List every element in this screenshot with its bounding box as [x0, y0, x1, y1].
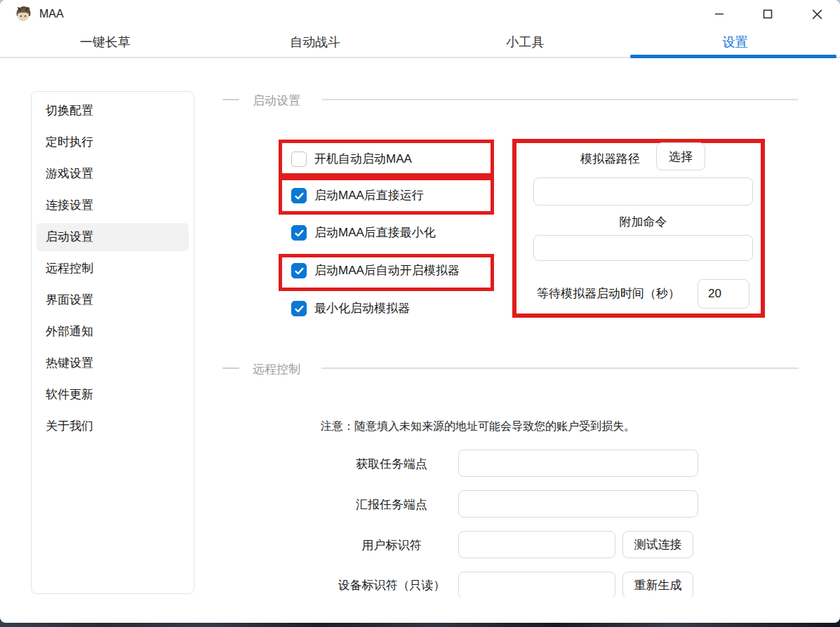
section-dash — [222, 99, 239, 100]
sidebar-item-game-settings[interactable]: 游戏设置 — [36, 160, 189, 188]
minimize-icon — [714, 9, 724, 19]
user-id-label: 用户标识符 — [307, 537, 476, 553]
device-id-label: 设备标识符（只读） — [307, 577, 476, 593]
checkbox-label: 开机自动启动MAA — [314, 151, 412, 167]
window-title: MAA — [39, 0, 64, 28]
title-bar: MAA — [0, 0, 840, 28]
maximize-button[interactable] — [752, 0, 784, 28]
maximize-icon — [763, 9, 773, 19]
launch-section-title: 启动设置 — [253, 93, 300, 109]
wait-time-label: 等待模拟器启动时间（秒） — [537, 285, 680, 302]
sidebar-item-connection[interactable]: 连接设置 — [36, 191, 189, 220]
sidebar-item-about[interactable]: 关于我们 — [36, 412, 189, 440]
wait-time-input[interactable] — [698, 279, 749, 309]
fetch-endpoint-label: 获取任务端点 — [307, 456, 476, 472]
app-window: 切换配置 定时执行 游戏设置 连接设置 启动设置 远程控制 界面设置 外部通知 … — [0, 0, 840, 623]
settings-sidebar: 切换配置 定时执行 游戏设置 连接设置 启动设置 远程控制 界面设置 外部通知 … — [31, 91, 194, 594]
checkbox-label: 启动MAA后自动开启模拟器 — [314, 263, 460, 278]
tab-farming[interactable]: 一键长草 — [0, 28, 210, 57]
content-area: 切换配置 定时执行 游戏设置 连接设置 启动设置 远程控制 界面设置 外部通知 … — [0, 0, 840, 598]
checkbox-label: 最小化启动模拟器 — [314, 301, 410, 316]
checkbox-label: 启动MAA后直接运行 — [314, 188, 424, 203]
sidebar-item-remote-control[interactable]: 远程控制 — [36, 255, 189, 283]
selected-tab-indicator — [630, 55, 836, 58]
fetch-endpoint-input[interactable] — [458, 450, 698, 477]
emulator-path-input[interactable] — [533, 177, 753, 205]
minimize-emulator-checkbox[interactable] — [291, 301, 307, 316]
user-id-input[interactable] — [458, 531, 615, 558]
checkbox-label: 启动MAA后直接最小化 — [314, 225, 436, 241]
device-id-input[interactable] — [458, 572, 615, 598]
test-connection-button[interactable]: 测试连接 — [622, 531, 693, 558]
sidebar-item-ui-settings[interactable]: 界面设置 — [36, 286, 189, 314]
section-dash — [222, 368, 239, 369]
check-icon — [293, 303, 305, 315]
minimize-on-launch-checkbox[interactable] — [291, 225, 307, 241]
report-endpoint-input[interactable] — [458, 490, 698, 518]
extra-command-input[interactable] — [533, 235, 753, 261]
choose-button[interactable]: 选择 — [656, 142, 705, 170]
report-endpoint-label: 汇报任务端点 — [307, 497, 476, 513]
run-on-launch-checkbox[interactable] — [291, 188, 307, 203]
tab-auto-battle[interactable]: 自动战斗 — [210, 28, 420, 57]
sidebar-item-switch-config[interactable]: 切换配置 — [36, 97, 189, 125]
sidebar-item-hotkeys[interactable]: 热键设置 — [36, 349, 189, 377]
close-button[interactable] — [801, 0, 833, 28]
emulator-path-label: 模拟器路径 — [580, 151, 640, 167]
sidebar-item-launch[interactable]: 启动设置 — [36, 223, 189, 251]
check-icon — [293, 265, 305, 277]
check-icon — [293, 190, 305, 202]
sidebar-item-updates[interactable]: 软件更新 — [36, 381, 189, 409]
remote-warning-text: 注意：随意填入未知来源的地址可能会导致您的账户受到损失。 — [302, 419, 653, 434]
regenerate-button[interactable]: 重新生成 — [622, 572, 693, 598]
close-icon — [812, 9, 822, 20]
open-emulator-checkbox[interactable] — [291, 263, 307, 278]
tab-tools[interactable]: 小工具 — [420, 28, 630, 57]
sidebar-item-scheduled-run[interactable]: 定时执行 — [36, 128, 189, 156]
tab-settings[interactable]: 设置 — [630, 28, 840, 57]
remote-section-title: 远程控制 — [253, 361, 300, 377]
section-rule — [321, 368, 799, 369]
section-rule — [321, 99, 799, 100]
autostart-boot-checkbox[interactable] — [291, 151, 307, 167]
check-icon — [293, 227, 305, 239]
main-tab-bar: 一键长草 自动战斗 小工具 设置 — [0, 28, 840, 58]
extra-command-label: 附加命令 — [533, 214, 753, 230]
minimize-button[interactable] — [703, 0, 735, 28]
sidebar-item-notifications[interactable]: 外部通知 — [36, 318, 189, 346]
app-icon — [14, 5, 32, 23]
